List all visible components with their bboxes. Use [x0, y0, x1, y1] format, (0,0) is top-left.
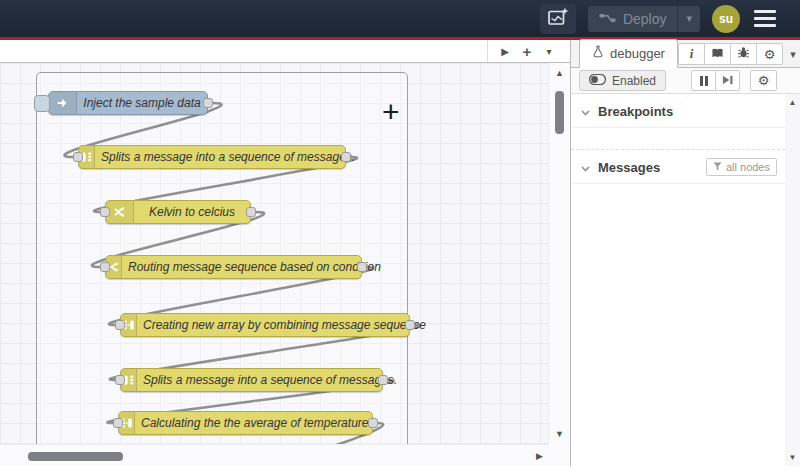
- output-port[interactable]: [368, 418, 378, 428]
- flow-list-button[interactable]: ▾: [538, 40, 560, 62]
- messages-section-header[interactable]: Messages all nodes: [571, 150, 785, 184]
- node-label: Calculating the the average of temperatu…: [135, 416, 374, 430]
- breakpoints-section-header[interactable]: Breakpoints: [571, 94, 785, 128]
- flow-node-change[interactable]: Kelvin to celcius: [105, 200, 251, 224]
- gear-icon: ⚙: [764, 47, 776, 62]
- vertical-scroll-thumb[interactable]: [555, 91, 564, 134]
- deploy-label: Deploy: [623, 11, 667, 27]
- debug-sidebar: debugger i: [570, 40, 800, 466]
- step-button[interactable]: [715, 70, 740, 91]
- chevron-down-icon: [581, 158, 590, 176]
- filter-label: all nodes: [726, 161, 770, 173]
- input-port[interactable]: [115, 375, 125, 385]
- ai-assistant-button[interactable]: [540, 4, 576, 34]
- sidebar-tab-bar: debugger i: [571, 40, 800, 68]
- flow-canvas[interactable]: Inject the sample dataSplits a message i…: [0, 63, 570, 466]
- sidebar-options-button[interactable]: ▾: [783, 43, 800, 65]
- output-port[interactable]: [357, 262, 367, 272]
- flow-node-split[interactable]: Splits a message into a sequence of mess…: [120, 368, 383, 392]
- input-port[interactable]: [73, 152, 83, 162]
- toggle-icon: [589, 74, 606, 88]
- enabled-label: Enabled: [612, 74, 656, 88]
- chevron-down-icon: [581, 102, 590, 120]
- scroll-up-icon[interactable]: ▲: [549, 68, 570, 78]
- flow-workspace: ▶ + ▾ Inject the sample dataSplits a mes…: [0, 40, 570, 466]
- debugger-settings-button[interactable]: ⚙: [750, 70, 777, 91]
- change-icon: [106, 201, 134, 223]
- output-port[interactable]: [246, 207, 256, 217]
- hamburger-menu-icon: [754, 10, 776, 13]
- input-port[interactable]: [100, 207, 110, 217]
- flow-node-switch[interactable]: Routing message sequence based on condit…: [105, 255, 362, 279]
- scroll-down-icon[interactable]: ▼: [785, 453, 800, 462]
- canvas-grid[interactable]: Inject the sample dataSplits a message i…: [0, 63, 548, 444]
- flow-node-inject[interactable]: Inject the sample data: [48, 91, 208, 115]
- info-icon: i: [690, 46, 694, 62]
- step-icon: [721, 72, 734, 90]
- input-port[interactable]: [100, 262, 110, 272]
- scroll-right-icon[interactable]: ▶: [536, 451, 543, 461]
- debugger-toolbar: Enabled ⚙: [571, 68, 800, 94]
- input-port[interactable]: [113, 418, 123, 428]
- node-label: Splits a message into a sequence of mess…: [95, 150, 361, 164]
- output-port[interactable]: [203, 98, 213, 108]
- caret-down-icon: ▾: [686, 12, 692, 25]
- user-avatar[interactable]: su: [712, 5, 740, 33]
- bug-icon: [737, 45, 750, 63]
- funnel-icon: [713, 161, 722, 173]
- scroll-up-icon[interactable]: ▲: [785, 98, 800, 107]
- help-tab-button[interactable]: [704, 43, 731, 65]
- inject-trigger-button[interactable]: [34, 95, 50, 112]
- node-label: Inject the sample data: [77, 96, 207, 110]
- tab-debugger[interactable]: debugger: [579, 39, 678, 68]
- sidebar-scrollbar[interactable]: ▲ ▼: [785, 94, 800, 466]
- debugger-panel: Breakpoints Messages all nodes ▲ ▼: [571, 94, 800, 466]
- sidebar-tab-buttons: i: [678, 43, 800, 65]
- info-tab-button[interactable]: i: [678, 43, 705, 65]
- node-label: Creating new array by combining message …: [137, 318, 432, 332]
- gear-icon: ⚙: [758, 73, 770, 88]
- scroll-down-icon[interactable]: ▼: [549, 429, 570, 439]
- canvas-vertical-scrollbar[interactable]: ▲ ▼: [548, 63, 570, 444]
- pause-button[interactable]: [691, 70, 716, 91]
- debugger-enabled-toggle[interactable]: Enabled: [579, 70, 666, 91]
- output-port[interactable]: [341, 152, 351, 162]
- flow-node-split[interactable]: Splits a message into a sequence of mess…: [78, 145, 346, 169]
- pause-icon: [700, 76, 703, 86]
- deploy-nodes-icon: [599, 11, 616, 27]
- add-flow-button[interactable]: +: [516, 40, 538, 62]
- flow-node-join[interactable]: Creating new array by combining message …: [120, 313, 410, 337]
- ai-flow-icon: [547, 7, 569, 31]
- breakpoints-title: Breakpoints: [598, 104, 673, 119]
- messages-title: Messages: [598, 160, 660, 175]
- debug-tab-button[interactable]: [730, 43, 757, 65]
- output-port[interactable]: [405, 320, 415, 330]
- node-label: Splits a message into a sequence of mess…: [137, 373, 403, 387]
- header-bar: Deploy ▾ su: [0, 0, 800, 40]
- tab-scroll-right-button[interactable]: ▶: [494, 40, 516, 62]
- message-filter-button[interactable]: all nodes: [706, 158, 777, 176]
- canvas-horizontal-scrollbar[interactable]: ▶: [0, 444, 548, 466]
- flow-tab-bar: ▶ + ▾: [0, 40, 570, 63]
- flask-icon: [592, 45, 604, 61]
- input-port[interactable]: [115, 320, 125, 330]
- node-label: Kelvin to celcius: [134, 205, 250, 219]
- sidebar-tab-label: debugger: [610, 46, 665, 61]
- output-port[interactable]: [378, 375, 388, 385]
- deploy-options-caret[interactable]: ▾: [677, 6, 700, 32]
- flow-node-join[interactable]: Calculating the the average of temperatu…: [118, 411, 373, 435]
- caret-down-icon: ▾: [790, 48, 796, 61]
- config-nodes-tab-button[interactable]: ⚙: [756, 43, 783, 65]
- avatar-initials: su: [719, 12, 733, 26]
- inject-arrow-icon: [49, 92, 77, 114]
- node-label: Routing message sequence based on condit…: [122, 260, 387, 274]
- book-icon: [711, 45, 724, 63]
- deploy-button[interactable]: Deploy ▾: [588, 6, 700, 32]
- main-menu-button[interactable]: [752, 6, 778, 31]
- breakpoints-list: [571, 128, 785, 150]
- horizontal-scroll-thumb[interactable]: [28, 452, 123, 461]
